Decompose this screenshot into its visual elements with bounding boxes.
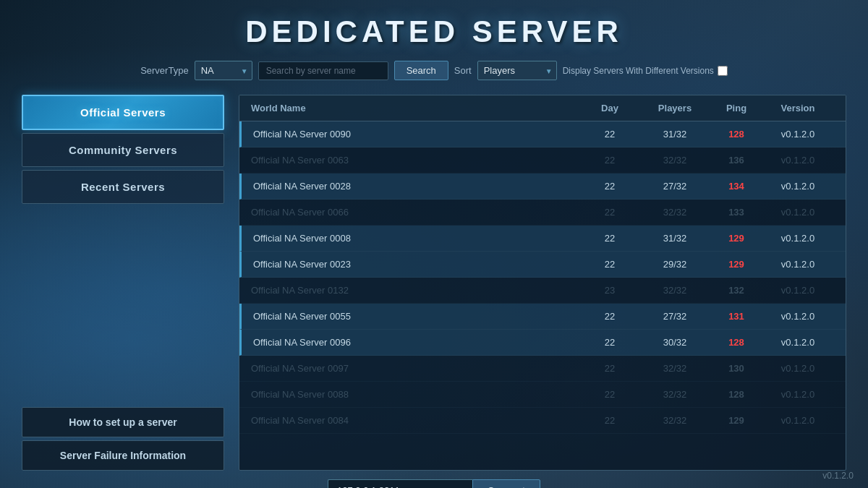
server-version-cell: v0.1.2.0 xyxy=(762,259,834,270)
server-day-cell: 22 xyxy=(581,363,639,374)
server-ping-cell: 128 xyxy=(711,337,762,348)
connect-address-input[interactable] xyxy=(328,479,472,488)
server-day-cell: 22 xyxy=(581,233,639,244)
recent-servers-button[interactable]: Recent Servers xyxy=(22,170,224,204)
how-to-setup-button[interactable]: How to set up a server xyxy=(22,407,224,437)
sort-select-wrapper: Players Ping Name ▼ xyxy=(477,61,557,80)
server-ping-cell: 130 xyxy=(711,363,762,374)
table-row[interactable]: Official NA Server 0028 22 27/32 134 v0.… xyxy=(239,174,846,200)
server-day-cell: 22 xyxy=(581,259,639,270)
server-version-cell: v0.1.2.0 xyxy=(762,129,834,140)
main-layout: Official Servers Community Servers Recen… xyxy=(22,95,846,471)
connect-bar: Connect xyxy=(22,471,846,488)
server-ping-cell: 129 xyxy=(711,415,762,426)
server-players-cell: 27/32 xyxy=(639,181,711,192)
table-row[interactable]: Official NA Server 0063 22 32/32 136 v0.… xyxy=(239,147,846,174)
server-failure-button[interactable]: Server Failure Information xyxy=(22,440,224,471)
table-row[interactable]: Official NA Server 0132 23 32/32 132 v0.… xyxy=(239,278,846,304)
server-name-cell: Official NA Server 0090 xyxy=(253,129,581,140)
col-day: Day xyxy=(581,103,639,114)
server-version-cell: v0.1.2.0 xyxy=(762,181,834,192)
server-players-cell: 32/32 xyxy=(639,389,711,400)
server-players-cell: 32/32 xyxy=(639,207,711,218)
col-players: Players xyxy=(639,103,711,114)
sidebar-spacer xyxy=(22,251,224,404)
table-row[interactable]: Official NA Server 0090 22 31/32 128 v0.… xyxy=(239,121,846,147)
server-version-cell: v0.1.2.0 xyxy=(762,155,834,166)
official-servers-button[interactable]: Official Servers xyxy=(22,95,224,130)
table-row[interactable]: Official NA Server 0055 22 27/32 131 v0.… xyxy=(239,304,846,330)
col-world-name: World Name xyxy=(251,103,581,114)
table-row[interactable]: Official NA Server 0088 22 32/32 128 v0.… xyxy=(239,382,846,408)
server-name-cell: Official NA Server 0023 xyxy=(253,259,581,270)
server-name-cell: Official NA Server 0028 xyxy=(253,181,581,192)
server-players-cell: 32/32 xyxy=(639,285,711,296)
server-ping-cell: 128 xyxy=(711,129,762,140)
server-type-select-wrapper: NA EU AS ▼ xyxy=(195,61,252,80)
server-players-cell: 31/32 xyxy=(639,129,711,140)
server-ping-cell: 128 xyxy=(711,389,762,400)
table-row[interactable]: Official NA Server 0008 22 31/32 129 v0.… xyxy=(239,226,846,252)
table-row[interactable]: Official NA Server 0096 22 30/32 128 v0.… xyxy=(239,330,846,356)
sidebar-bottom: How to set up a server Server Failure In… xyxy=(22,407,224,471)
server-day-cell: 22 xyxy=(581,311,639,322)
server-version-cell: v0.1.2.0 xyxy=(762,311,834,322)
server-day-cell: 22 xyxy=(581,207,639,218)
server-day-cell: 22 xyxy=(581,129,639,140)
server-list[interactable]: Official NA Server 0090 22 31/32 128 v0.… xyxy=(239,121,846,470)
server-players-cell: 27/32 xyxy=(639,311,711,322)
server-ping-cell: 131 xyxy=(711,311,762,322)
server-version-cell: v0.1.2.0 xyxy=(762,337,834,348)
search-button[interactable]: Search xyxy=(394,61,448,80)
server-ping-cell: 134 xyxy=(711,181,762,192)
server-players-cell: 32/32 xyxy=(639,155,711,166)
server-day-cell: 22 xyxy=(581,337,639,348)
server-day-cell: 22 xyxy=(581,415,639,426)
server-day-cell: 23 xyxy=(581,285,639,296)
server-ping-cell: 129 xyxy=(711,233,762,244)
server-version-cell: v0.1.2.0 xyxy=(762,363,834,374)
table-row[interactable]: Official NA Server 0084 22 32/32 129 v0.… xyxy=(239,408,846,434)
server-day-cell: 22 xyxy=(581,181,639,192)
server-name-cell: Official NA Server 0084 xyxy=(251,415,581,426)
table-row[interactable]: Official NA Server 0097 22 32/32 130 v0.… xyxy=(239,356,846,382)
server-name-cell: Official NA Server 0096 xyxy=(253,337,581,348)
col-version: Version xyxy=(762,103,834,114)
table-header: World Name Day Players Ping Version xyxy=(239,95,846,121)
community-servers-button[interactable]: Community Servers xyxy=(22,133,224,167)
server-version-cell: v0.1.2.0 xyxy=(762,285,834,296)
server-name-cell: Official NA Server 0066 xyxy=(251,207,581,218)
server-version-cell: v0.1.2.0 xyxy=(762,415,834,426)
page-title: DEDICATED SERVER xyxy=(22,14,846,49)
server-name-cell: Official NA Server 0055 xyxy=(253,311,581,322)
server-type-label: ServerType xyxy=(140,65,188,76)
sort-label: Sort xyxy=(454,65,472,76)
search-input[interactable] xyxy=(258,61,388,80)
server-ping-cell: 136 xyxy=(711,155,762,166)
server-name-cell: Official NA Server 0097 xyxy=(251,363,581,374)
server-name-cell: Official NA Server 0063 xyxy=(251,155,581,166)
server-ping-cell: 129 xyxy=(711,259,762,270)
server-ping-cell: 133 xyxy=(711,207,762,218)
sort-select[interactable]: Players Ping Name xyxy=(477,61,557,80)
table-row[interactable]: Official NA Server 0066 22 32/32 133 v0.… xyxy=(239,200,846,226)
server-players-cell: 32/32 xyxy=(639,363,711,374)
sidebar: Official Servers Community Servers Recen… xyxy=(22,95,224,471)
server-ping-cell: 132 xyxy=(711,285,762,296)
server-version-cell: v0.1.2.0 xyxy=(762,233,834,244)
server-version-cell: v0.1.2.0 xyxy=(762,207,834,218)
server-name-cell: Official NA Server 0008 xyxy=(253,233,581,244)
server-players-cell: 31/32 xyxy=(639,233,711,244)
toolbar: ServerType NA EU AS ▼ Search Sort Player… xyxy=(22,61,846,80)
server-players-cell: 30/32 xyxy=(639,337,711,348)
server-type-select[interactable]: NA EU AS xyxy=(195,61,252,80)
server-panel: World Name Day Players Ping Version Offi… xyxy=(239,95,846,471)
different-versions-checkbox[interactable] xyxy=(718,66,728,76)
server-name-cell: Official NA Server 0088 xyxy=(251,389,581,400)
table-row[interactable]: Official NA Server 0023 22 29/32 129 v0.… xyxy=(239,252,846,278)
server-players-cell: 29/32 xyxy=(639,259,711,270)
connect-button[interactable]: Connect xyxy=(472,479,540,488)
server-players-cell: 32/32 xyxy=(639,415,711,426)
col-ping: Ping xyxy=(711,103,762,114)
server-day-cell: 22 xyxy=(581,389,639,400)
